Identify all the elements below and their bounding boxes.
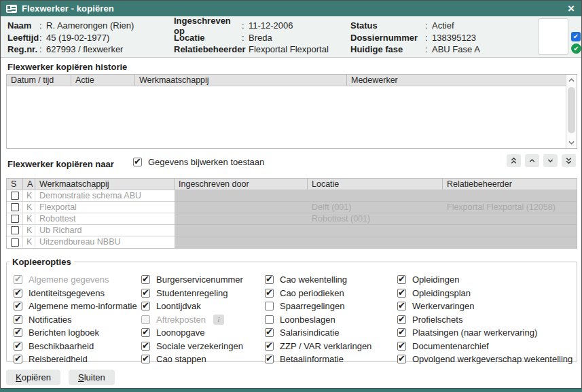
field-label: Naam — [7, 20, 39, 31]
colon: : — [39, 33, 46, 43]
row-checkbox[interactable] — [11, 226, 19, 234]
checkbox-icon[interactable] — [14, 328, 22, 337]
copy-button[interactable]: Kopiëren — [6, 370, 60, 385]
copy-option[interactable]: Opleidingen — [397, 275, 572, 284]
checkbox-icon[interactable] — [397, 275, 406, 284]
scrollbar-thumb[interactable] — [568, 87, 575, 133]
close-dialog-button[interactable]: Sluiten — [69, 370, 115, 385]
copy-option[interactable]: Reisbereidheid — [14, 355, 137, 363]
copy-option[interactable]: Salarisindicatie — [265, 328, 371, 337]
checkbox-icon[interactable] — [265, 302, 274, 310]
field-label: Huidige fase — [350, 44, 425, 54]
copy-option[interactable]: Notificaties — [14, 315, 137, 324]
copy-option[interactable]: Loonopgave — [141, 328, 243, 337]
update-allowed-checkbox[interactable]: Gegevens bijwerken toestaan — [133, 158, 264, 166]
scroll-down-icon[interactable] — [566, 138, 577, 147]
colon: : — [242, 33, 249, 43]
history-scrollbar[interactable] — [566, 75, 577, 148]
copy-option[interactable]: Berichten logboek — [14, 328, 137, 337]
checkbox-icon[interactable] — [265, 328, 274, 337]
checkbox-icon[interactable] — [265, 355, 274, 363]
column-header: A — [23, 179, 35, 190]
company-row[interactable]: K Uitzendbureau NBBU — [7, 236, 577, 248]
checkbox-icon[interactable] — [14, 302, 22, 310]
scroll-up-icon[interactable] — [566, 75, 577, 85]
close-icon[interactable]: × — [566, 3, 576, 14]
copy-option[interactable]: Burgerservicenummer — [141, 275, 243, 284]
checkbox-label: Opleidingen — [412, 274, 459, 285]
checkbox-icon[interactable] — [397, 328, 406, 337]
info-button[interactable]: i — [213, 315, 224, 325]
select-cell — [7, 190, 23, 202]
checkbox-icon[interactable] — [141, 342, 150, 351]
row-checkbox[interactable] — [11, 203, 19, 211]
copy-option[interactable]: Plaatsingen (naar werkervaring) — [397, 328, 572, 337]
checkbox-icon[interactable] — [265, 315, 274, 324]
select-cell — [7, 236, 23, 248]
checkbox-icon[interactable] — [141, 289, 150, 298]
checkbox-icon[interactable] — [265, 342, 274, 351]
copy-option[interactable]: Studentenregeling — [141, 289, 243, 298]
copy-option[interactable]: Aftrekposteni — [141, 315, 243, 324]
company-row[interactable]: K Ub Richard — [7, 225, 577, 236]
checkbox-icon[interactable] — [14, 289, 22, 298]
copy-option[interactable]: Loontijdvak — [141, 302, 243, 310]
checkbox-icon[interactable] — [14, 355, 22, 363]
checkbox-icon[interactable] — [14, 342, 22, 351]
checkbox-icon[interactable] — [141, 302, 150, 310]
copy-option[interactable]: Betaalinformatie — [265, 355, 371, 363]
button-label: luiten — [84, 372, 105, 382]
field-value: R. Aamerongen (Rien) — [46, 20, 134, 31]
checkbox-icon[interactable] — [14, 315, 22, 324]
move-down-button[interactable] — [543, 154, 558, 167]
move-up-button[interactable] — [525, 154, 539, 167]
checkbox-icon[interactable] — [265, 275, 274, 284]
copy-option[interactable]: Algemene gegevens — [14, 275, 137, 284]
copy-option[interactable]: Cao periodieken — [265, 289, 371, 298]
copy-option[interactable]: ZZP / VAR verklaringen — [265, 342, 371, 351]
checkbox-icon[interactable] — [14, 275, 22, 284]
copy-option[interactable]: Cao wekentelling — [265, 275, 371, 284]
checkbox-icon[interactable] — [141, 315, 150, 324]
copy-option[interactable]: Loonbeslagen — [265, 315, 371, 324]
copy-option[interactable]: Documentenarchief — [397, 342, 572, 351]
header-field: Ingeschreven op:11-12-2006 — [174, 20, 329, 32]
checkbox-icon[interactable] — [397, 302, 406, 310]
copy-option[interactable]: Cao stappen — [141, 355, 243, 363]
checkbox-icon[interactable] — [141, 328, 150, 337]
copy-option[interactable]: Spaarregelingen — [265, 302, 371, 310]
checkbox-icon[interactable] — [141, 355, 150, 363]
locatie-cell — [308, 236, 443, 248]
reorder-buttons — [507, 154, 576, 167]
row-checkbox[interactable] — [11, 238, 19, 247]
colon: : — [425, 20, 432, 31]
checkbox-icon[interactable] — [397, 355, 406, 363]
checkbox-icon[interactable] — [141, 275, 150, 284]
checkbox-label: ZZP / VAR verklaringen — [280, 341, 371, 351]
company-row[interactable]: K Demonstratie schema ABU — [7, 190, 577, 202]
company-row[interactable]: K Flexportal Delft (001) Flexportal Flex… — [7, 202, 577, 213]
copy-option[interactable]: Algemene memo-informatie — [14, 302, 137, 310]
checkbox-label: Reisbereidheid — [29, 354, 88, 364]
copy-option[interactable]: Profielschets — [397, 315, 572, 324]
move-bottom-button[interactable] — [562, 154, 576, 167]
row-checkbox[interactable] — [11, 215, 19, 223]
checkbox-label: Identiteitsgegevens — [29, 288, 105, 298]
checkbox-icon[interactable] — [133, 158, 142, 166]
company-row[interactable]: K Robottest Robottest (001) — [7, 213, 577, 225]
checkbox-icon[interactable] — [397, 315, 406, 324]
move-top-button[interactable] — [507, 154, 521, 167]
checkbox-icon[interactable] — [265, 289, 274, 298]
row-checkbox[interactable] — [11, 192, 19, 200]
copy-option[interactable]: Opleidingsplan — [397, 289, 572, 298]
verified-check-icon — [571, 32, 581, 41]
checkbox-icon[interactable] — [397, 342, 406, 351]
copy-option[interactable]: Werkervaringen — [397, 302, 572, 310]
checkbox-label: Loonbeslagen — [280, 315, 335, 325]
checkbox-icon[interactable] — [397, 289, 406, 298]
copy-option[interactable]: Opvolgend werkgeverschap wekentelling — [397, 355, 572, 363]
copy-option[interactable]: Sociale verzekeringen — [141, 342, 243, 351]
copy-option[interactable]: Identiteitsgegevens — [14, 289, 137, 298]
copy-option[interactable]: Beschikbaarheid — [14, 342, 137, 351]
ingeschreven-door-cell — [175, 190, 308, 202]
